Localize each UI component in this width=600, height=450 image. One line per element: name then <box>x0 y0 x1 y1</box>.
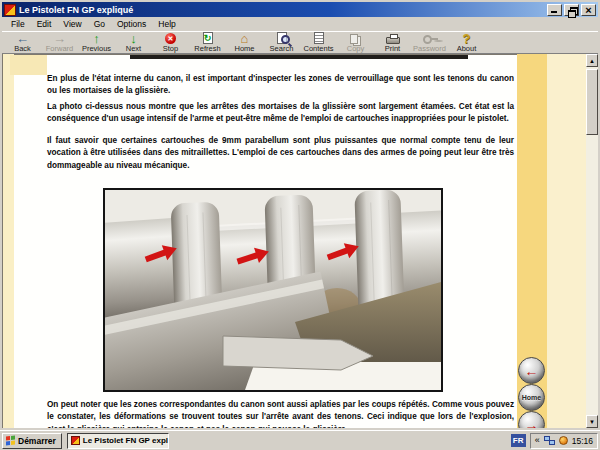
search-button[interactable]: Search <box>263 32 300 53</box>
scroll-down-icon[interactable] <box>586 415 598 428</box>
back-button[interactable]: ← Back <box>4 32 41 53</box>
password-label: Password <box>413 44 446 53</box>
minimize-icon[interactable] <box>547 4 562 16</box>
ebook-viewer-window: Le Pistolet FN GP expliqué File Edit Vie… <box>0 0 600 430</box>
back-arrow-icon: ← <box>16 32 29 44</box>
tray-chevron-icon[interactable]: « <box>535 436 540 445</box>
refresh-label: Refresh <box>194 44 220 53</box>
restore-icon[interactable] <box>564 4 579 16</box>
system-tray: FR « 15:16 <box>511 433 598 449</box>
password-key-icon <box>422 32 438 44</box>
next-label: Next <box>126 44 141 53</box>
home-button[interactable]: ⌂ Home <box>226 32 263 53</box>
start-button[interactable]: Démarrer <box>2 433 62 449</box>
tray-status-icon[interactable] <box>559 436 568 445</box>
home-icon: ⌂ <box>241 32 249 44</box>
stop-button[interactable]: ✕ Stop <box>152 32 189 53</box>
toolbar: ← Back → Forward ↑ Previous ↓ Next ✕ Sto… <box>2 31 598 54</box>
home-button-label: Home <box>522 394 541 401</box>
menu-file[interactable]: File <box>5 19 31 29</box>
about-label: About <box>457 44 477 53</box>
app-icon <box>4 4 16 16</box>
desktop-screen: Le Pistolet FN GP expliqué File Edit Vie… <box>0 0 600 450</box>
page-right-margin-band <box>547 54 587 428</box>
close-icon[interactable] <box>581 4 596 16</box>
menu-options[interactable]: Options <box>111 19 152 29</box>
menu-view[interactable]: View <box>57 19 87 29</box>
print-button[interactable]: Print <box>374 32 411 53</box>
password-button: Password <box>411 32 448 53</box>
page-nav-back-button[interactable]: ← <box>518 357 545 384</box>
print-icon <box>386 37 400 44</box>
menu-help[interactable]: Help <box>152 19 181 29</box>
down-arrow-icon: ↓ <box>130 32 137 44</box>
taskbar-app-label: Le Pistolet FN GP expli... <box>83 436 169 445</box>
about-icon: ? <box>463 32 471 44</box>
back-label: Back <box>14 44 31 53</box>
scrolled-banner-remnant <box>10 55 47 75</box>
windows-logo-icon <box>6 436 15 446</box>
paragraph-2: La photo ci-dessus nous montre que les a… <box>47 101 514 126</box>
refresh-button[interactable]: ↻ Refresh <box>189 32 226 53</box>
stop-icon: ✕ <box>165 33 176 44</box>
previous-label: Previous <box>82 44 111 53</box>
window-controls <box>547 4 596 16</box>
page-nav-home-button[interactable]: Home <box>518 384 545 411</box>
window-title: Le Pistolet FN GP expliqué <box>19 5 547 15</box>
contents-button[interactable]: Contents <box>300 32 337 53</box>
up-arrow-icon: ↑ <box>93 32 100 44</box>
contents-label: Contents <box>303 44 333 53</box>
tray-icons-box: « 15:16 <box>530 433 598 449</box>
previous-button[interactable]: ↑ Previous <box>78 32 115 53</box>
scrolled-photo-bottom-edge <box>130 55 468 59</box>
forward-button: → Forward <box>41 32 78 53</box>
taskbar-clock[interactable]: 15:16 <box>572 436 593 446</box>
title-bar: Le Pistolet FN GP expliqué <box>2 2 598 17</box>
contents-icon <box>314 32 324 44</box>
refresh-icon: ↻ <box>203 32 213 44</box>
taskbar-app-button[interactable]: Le Pistolet FN GP expli... <box>67 433 169 449</box>
scroll-up-icon[interactable] <box>586 54 598 67</box>
about-button[interactable]: ? About <box>448 32 485 53</box>
red-left-arrow-icon: ← <box>525 364 539 378</box>
paragraph-4: On peut noter que les zones correspondan… <box>47 399 514 428</box>
scrollbar-thumb[interactable] <box>586 69 598 135</box>
print-label: Print <box>385 44 400 53</box>
barrel-locking-lugs-photo <box>103 188 443 392</box>
menu-bar: File Edit View Go Options Help <box>2 17 598 31</box>
forward-arrow-icon: → <box>53 32 66 44</box>
red-right-arrow-icon: → <box>525 418 539 429</box>
next-button[interactable]: ↓ Next <box>115 32 152 53</box>
taskbar: Démarrer Le Pistolet FN GP expli... FR «… <box>0 430 600 450</box>
search-icon <box>277 32 287 44</box>
paragraph-1: En plus de l'état interne du canon, il e… <box>47 73 514 98</box>
vertical-scrollbar[interactable] <box>586 54 598 428</box>
paragraph-3: Il faut savoir que certaines cartouches … <box>47 135 514 172</box>
app-icon <box>71 436 80 445</box>
stop-label: Stop <box>163 44 178 53</box>
language-indicator[interactable]: FR <box>511 434 526 447</box>
copy-button: Copy <box>337 32 374 53</box>
start-label: Démarrer <box>18 436 56 446</box>
network-icon[interactable] <box>544 436 555 445</box>
forward-label: Forward <box>46 44 74 53</box>
copy-icon <box>350 34 358 44</box>
menu-edit[interactable]: Edit <box>31 19 58 29</box>
page-content: En plus de l'état interne du canon, il e… <box>2 54 598 428</box>
menu-go[interactable]: Go <box>88 19 111 29</box>
copy-label: Copy <box>347 44 365 53</box>
page-left-margin-strip <box>3 54 14 428</box>
home-label: Home <box>234 44 254 53</box>
